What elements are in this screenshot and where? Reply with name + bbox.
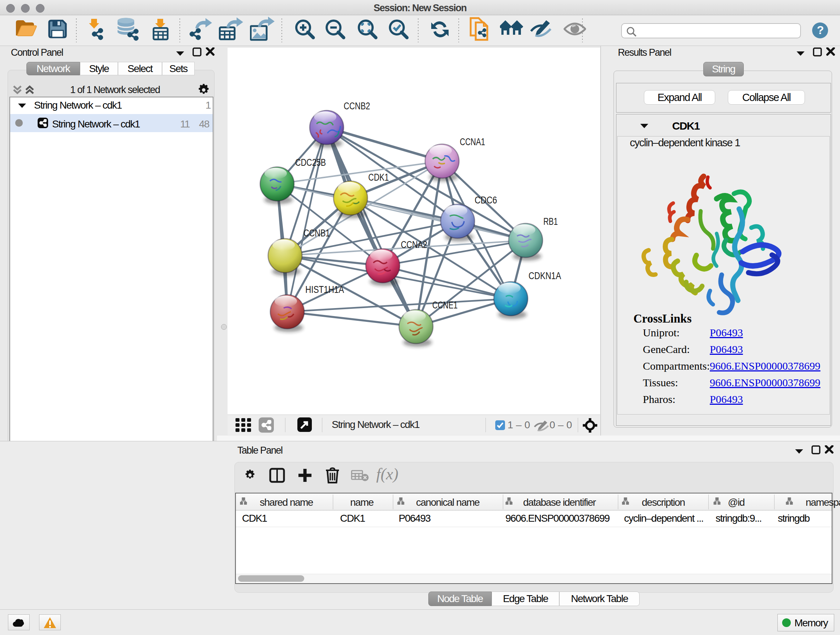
svg-text:?: ? bbox=[817, 24, 823, 36]
svg-text:CDC6: CDC6 bbox=[475, 195, 497, 206]
svg-text:CDKN1A: CDKN1A bbox=[529, 271, 561, 281]
svg-text:CDC25B: CDC25B bbox=[295, 157, 326, 168]
svg-text:RB1: RB1 bbox=[543, 216, 558, 227]
svg-text:CCNB2: CCNB2 bbox=[344, 101, 370, 111]
svg-text:CCNB1: CCNB1 bbox=[303, 228, 330, 239]
svg-text:CCNE1: CCNE1 bbox=[432, 300, 458, 310]
svg-text:CCNA1: CCNA1 bbox=[460, 136, 485, 147]
svg-text:CCNA2: CCNA2 bbox=[401, 239, 427, 250]
svg-text:HIST1H1A: HIST1H1A bbox=[305, 284, 344, 295]
svg-text:CDK1: CDK1 bbox=[368, 172, 389, 183]
